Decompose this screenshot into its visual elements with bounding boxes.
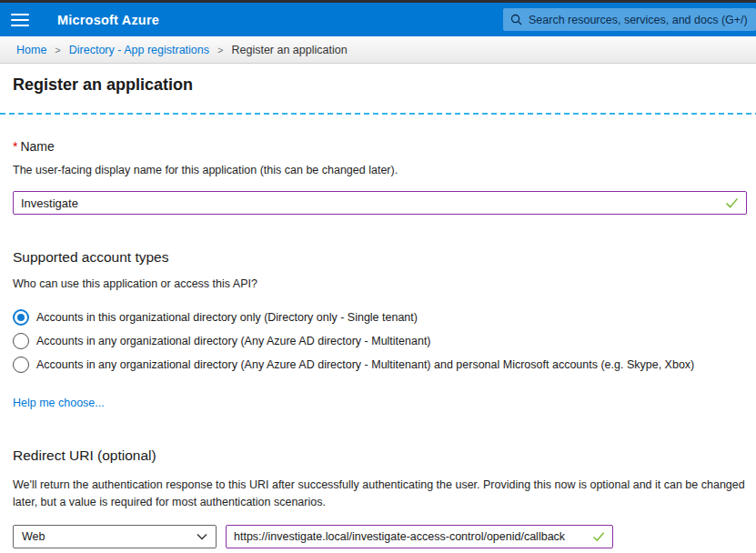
redirect-uri-description: We'll return the authentication response… [13,477,747,511]
name-field-label: *Name [13,139,747,154]
azure-top-bar: Microsoft Azure Search resources, servic… [0,3,756,36]
radio-icon [13,357,29,373]
breadcrumb-home[interactable]: Home [16,44,46,56]
name-input[interactable] [14,192,746,214]
redirect-uri-input[interactable] [227,526,612,548]
platform-select[interactable]: Web [13,525,217,548]
radio-single-tenant[interactable]: Accounts in this organizational director… [13,306,747,329]
name-help-text: The user-facing display name for this ap… [13,164,747,176]
account-types-question: Who can use this application or access t… [13,277,747,290]
breadcrumb-separator: > [55,45,60,55]
redirect-uri-title: Redirect URI (optional) [13,447,747,464]
account-type-radio-group: Accounts in this organizational director… [13,306,747,377]
supported-account-types-section: Supported account types Who can use this… [13,249,747,410]
radio-multitenant[interactable]: Accounts in any organizational directory… [13,329,747,353]
search-placeholder: Search resources, services, and docs (G+… [529,14,748,26]
breadcrumb: Home > Directory - App registrations > R… [0,36,756,64]
brand-title: Microsoft Azure [57,13,159,27]
platform-selected-value: Web [22,530,45,543]
redirect-uri-input-wrapper [226,525,613,548]
redirect-uri-section: Redirect URI (optional) We'll return the… [13,447,747,548]
radio-icon [13,333,29,349]
global-search-input[interactable]: Search resources, services, and docs (G+… [503,8,756,31]
page-title: Register an application [13,75,747,95]
hamburger-menu-icon[interactable] [11,14,29,26]
required-asterisk: * [13,139,17,154]
radio-multitenant-personal[interactable]: Accounts in any organizational directory… [13,353,747,377]
chevron-down-icon [197,533,207,540]
breadcrumb-app-registrations[interactable]: Directory - App registrations [69,44,209,56]
register-application-form: Register an application *Name The user-f… [0,75,756,548]
valid-checkmark-icon [592,531,605,541]
name-section: *Name The user-facing display name for t… [13,139,747,215]
search-icon [510,14,522,25]
breadcrumb-current-page: Register an application [231,44,347,56]
account-types-title: Supported account types [13,249,747,266]
name-input-wrapper [13,191,747,215]
help-me-choose-link[interactable]: Help me choose... [13,397,105,409]
redirect-uri-row: Web [13,525,747,548]
breadcrumb-separator: > [217,45,223,55]
valid-checkmark-icon [725,197,739,208]
dashed-divider [0,113,756,115]
radio-icon [13,309,29,326]
name-label-text: Name [20,139,54,154]
